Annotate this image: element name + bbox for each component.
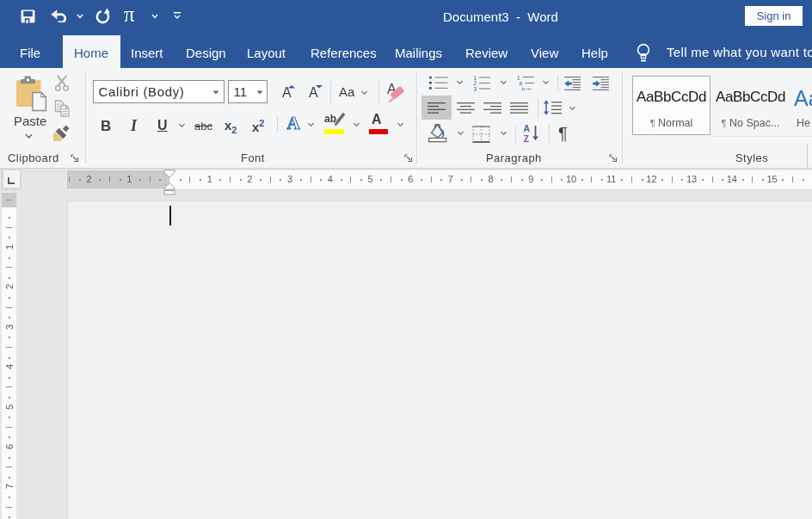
svg-text:3: 3 <box>474 86 477 92</box>
svg-text:Z: Z <box>524 133 530 144</box>
svg-text:i: i <box>522 86 523 92</box>
svg-text:A: A <box>286 114 300 133</box>
svg-text:A: A <box>524 124 531 133</box>
